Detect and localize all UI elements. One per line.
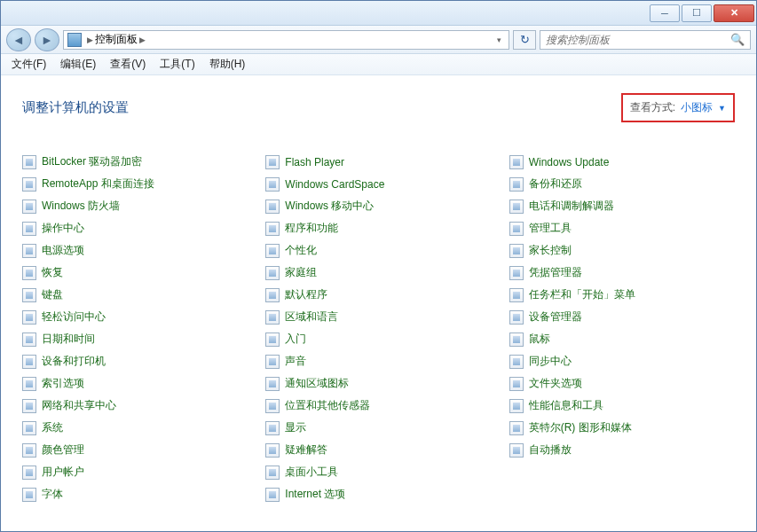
- control-panel-item[interactable]: 颜色管理: [22, 442, 248, 458]
- menu-help[interactable]: 帮助(H): [204, 55, 251, 74]
- navigation-bar: ◄ ► ▶ 控制面板 ▶ ▾ ↻ 🔍: [1, 26, 756, 54]
- control-panel-item-label: 疑难解答: [285, 442, 327, 458]
- search-icon[interactable]: 🔍: [730, 33, 745, 46]
- control-panel-item[interactable]: 恢复: [22, 265, 248, 280]
- applet-icon: [22, 466, 36, 480]
- control-panel-item[interactable]: 管理工具: [509, 221, 735, 236]
- control-panel-item-label: 轻松访问中心: [42, 309, 106, 325]
- applet-icon: [22, 310, 36, 325]
- maximize-button[interactable]: ☐: [682, 4, 712, 22]
- control-panel-item[interactable]: 设备管理器: [509, 309, 735, 325]
- control-panel-item-label: 声音: [285, 354, 306, 369]
- address-bar[interactable]: ▶ 控制面板 ▶ ▾: [63, 30, 509, 50]
- control-panel-item[interactable]: Windows CardSpace: [265, 176, 491, 192]
- view-by-value[interactable]: 小图标: [681, 100, 713, 115]
- menu-file[interactable]: 文件(F): [6, 55, 51, 74]
- control-panel-item[interactable]: 疑难解答: [265, 442, 491, 458]
- content-area: 调整计算机的设置 查看方式: 小图标 ▼ BitLocker 驱动器加密Remo…: [1, 75, 756, 531]
- applet-icon: [509, 443, 524, 458]
- control-panel-item-label: 备份和还原: [529, 176, 582, 192]
- window: ─ ☐ ✕ ◄ ► ▶ 控制面板 ▶ ▾ ↻ 🔍 文件(F) 编辑(E) 查看(…: [0, 0, 757, 532]
- control-panel-item[interactable]: 家长控制: [509, 243, 735, 258]
- applet-icon: [22, 177, 36, 192]
- control-panel-item[interactable]: 网络和共享中心: [22, 398, 248, 413]
- control-panel-item[interactable]: Flash Player: [265, 154, 491, 169]
- control-panel-item[interactable]: 位置和其他传感器: [265, 398, 491, 413]
- breadcrumb-location[interactable]: 控制面板: [95, 32, 138, 47]
- control-panel-item[interactable]: 系统: [22, 420, 248, 435]
- search-box[interactable]: 🔍: [540, 30, 751, 50]
- control-panel-item[interactable]: 备份和还原: [509, 176, 735, 192]
- control-panel-item[interactable]: 凭据管理器: [509, 265, 735, 280]
- control-panel-item[interactable]: 键盘: [22, 287, 248, 302]
- control-panel-item-label: Flash Player: [285, 156, 344, 168]
- page-title: 调整计算机的设置: [22, 99, 129, 116]
- control-panel-item[interactable]: 默认程序: [265, 287, 491, 302]
- control-panel-item[interactable]: 设备和打印机: [22, 354, 248, 369]
- applet-icon: [265, 488, 280, 502]
- close-button[interactable]: ✕: [714, 4, 754, 22]
- control-panel-item[interactable]: 电话和调制解调器: [509, 199, 735, 214]
- control-panel-item-label: 自动播放: [529, 442, 572, 458]
- menu-view[interactable]: 查看(V): [105, 55, 151, 74]
- applet-icon: [22, 288, 36, 302]
- control-panel-item[interactable]: Windows Update: [509, 154, 735, 169]
- view-by-selector[interactable]: 查看方式: 小图标 ▼: [621, 93, 735, 122]
- control-panel-item-label: 设备管理器: [529, 309, 582, 325]
- menu-tools[interactable]: 工具(T): [154, 55, 200, 74]
- control-panel-item[interactable]: 通知区域图标: [265, 376, 491, 391]
- control-panel-item-label: Windows 防火墙: [42, 199, 120, 214]
- control-panel-item[interactable]: 轻松访问中心: [22, 309, 248, 325]
- control-panel-item[interactable]: 任务栏和「开始」菜单: [509, 287, 735, 302]
- control-panel-item[interactable]: 声音: [265, 354, 491, 369]
- menu-bar: 文件(F) 编辑(E) 查看(V) 工具(T) 帮助(H): [1, 54, 756, 75]
- control-panel-item[interactable]: 鼠标: [509, 332, 735, 347]
- control-panel-item[interactable]: BitLocker 驱动器加密: [22, 154, 248, 169]
- control-panel-item-label: 程序和功能: [285, 221, 338, 236]
- chevron-down-icon[interactable]: ▼: [718, 104, 726, 113]
- forward-button[interactable]: ►: [35, 28, 59, 51]
- applet-icon: [22, 266, 36, 280]
- control-panel-item[interactable]: 文件夹选项: [509, 376, 735, 391]
- control-panel-item[interactable]: Windows 移动中心: [265, 199, 491, 214]
- applet-icon: [509, 332, 524, 347]
- control-panel-item[interactable]: 个性化: [265, 243, 491, 258]
- search-input[interactable]: [546, 34, 730, 46]
- control-panel-item[interactable]: 用户帐户: [22, 465, 248, 480]
- control-panel-item-label: 凭据管理器: [529, 265, 582, 280]
- control-panel-item[interactable]: 桌面小工具: [265, 465, 491, 480]
- control-panel-item[interactable]: 程序和功能: [265, 221, 491, 236]
- control-panel-item-label: 区域和语言: [285, 309, 338, 325]
- breadcrumb-separator-icon[interactable]: ▶: [139, 35, 146, 44]
- control-panel-item[interactable]: 入门: [265, 332, 491, 347]
- control-panel-item[interactable]: 操作中心: [22, 221, 248, 236]
- control-panel-item[interactable]: 电源选项: [22, 243, 248, 258]
- control-panel-item[interactable]: Windows 防火墙: [22, 199, 248, 214]
- control-panel-item-label: 英特尔(R) 图形和媒体: [529, 420, 632, 435]
- applet-icon: [265, 355, 280, 369]
- control-panel-item[interactable]: Internet 选项: [265, 487, 491, 502]
- control-panel-item-label: 通知区域图标: [285, 376, 349, 391]
- control-panel-item-label: 桌面小工具: [285, 465, 338, 480]
- control-panel-item[interactable]: 字体: [22, 487, 248, 502]
- control-panel-item[interactable]: 家庭组: [265, 265, 491, 280]
- control-panel-item-label: Windows CardSpace: [285, 178, 384, 191]
- control-panel-item[interactable]: 索引选项: [22, 376, 248, 391]
- applet-icon: [509, 266, 524, 280]
- control-panel-item[interactable]: 性能信息和工具: [509, 398, 735, 413]
- refresh-button[interactable]: ↻: [513, 30, 536, 50]
- back-button[interactable]: ◄: [6, 28, 31, 51]
- minimize-button[interactable]: ─: [650, 4, 680, 22]
- control-panel-item-label: 设备和打印机: [42, 354, 106, 369]
- control-panel-item[interactable]: 英特尔(R) 图形和媒体: [509, 420, 735, 435]
- control-panel-item[interactable]: 同步中心: [509, 354, 735, 369]
- control-panel-item[interactable]: 日期和时间: [22, 332, 248, 347]
- control-panel-item[interactable]: RemoteApp 和桌面连接: [22, 176, 248, 192]
- address-dropdown-icon[interactable]: ▾: [493, 35, 505, 44]
- control-panel-item-label: 恢复: [42, 265, 63, 280]
- control-panel-item[interactable]: 显示: [265, 420, 491, 435]
- applet-icon: [265, 466, 280, 480]
- control-panel-item[interactable]: 自动播放: [509, 442, 735, 458]
- menu-edit[interactable]: 编辑(E): [55, 55, 101, 74]
- control-panel-item[interactable]: 区域和语言: [265, 309, 491, 325]
